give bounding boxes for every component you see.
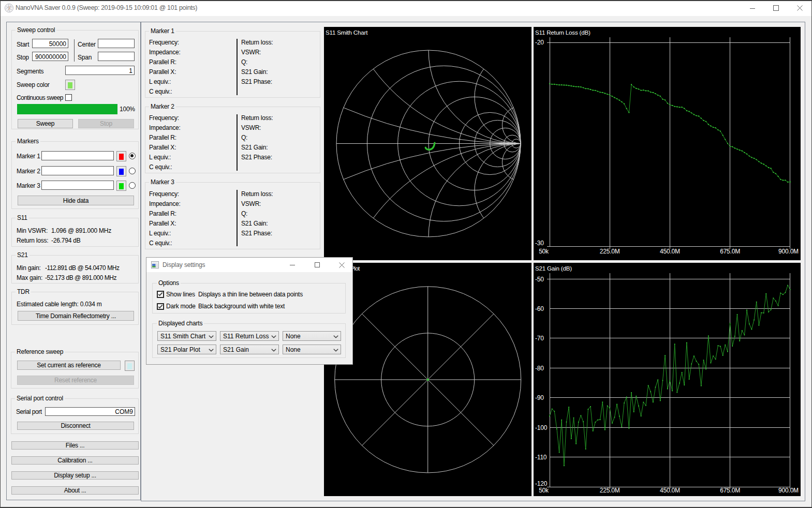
svg-text:50k: 50k	[539, 248, 549, 255]
svg-text:-20: -20	[535, 39, 544, 46]
svg-text:900.0M: 900.0M	[778, 487, 799, 494]
svg-text:450.0M: 450.0M	[660, 248, 680, 255]
svg-text:-80: -80	[535, 365, 544, 372]
svg-text:-30: -30	[535, 240, 544, 247]
svg-text:-110: -110	[535, 454, 547, 461]
svg-text:-100: -100	[535, 424, 548, 431]
svg-text:50k: 50k	[539, 487, 549, 494]
svg-text:-70: -70	[535, 335, 544, 342]
svg-text:900.0M: 900.0M	[778, 248, 799, 255]
svg-text:450.0M: 450.0M	[660, 487, 680, 494]
svg-text:S11 Smith Chart: S11 Smith Chart	[326, 29, 368, 36]
svg-text:-60: -60	[535, 305, 544, 312]
svg-text:675.0M: 675.0M	[720, 487, 740, 494]
svg-text:-50: -50	[535, 276, 544, 283]
svg-text:675.0M: 675.0M	[720, 248, 740, 255]
svg-text:-90: -90	[535, 394, 544, 401]
svg-text:S11 Return Loss (dB): S11 Return Loss (dB)	[535, 29, 590, 36]
svg-text:S21 Gain (dB): S21 Gain (dB)	[535, 265, 572, 272]
svg-text:225.0M: 225.0M	[600, 248, 620, 255]
svg-text:225.0M: 225.0M	[600, 487, 620, 494]
